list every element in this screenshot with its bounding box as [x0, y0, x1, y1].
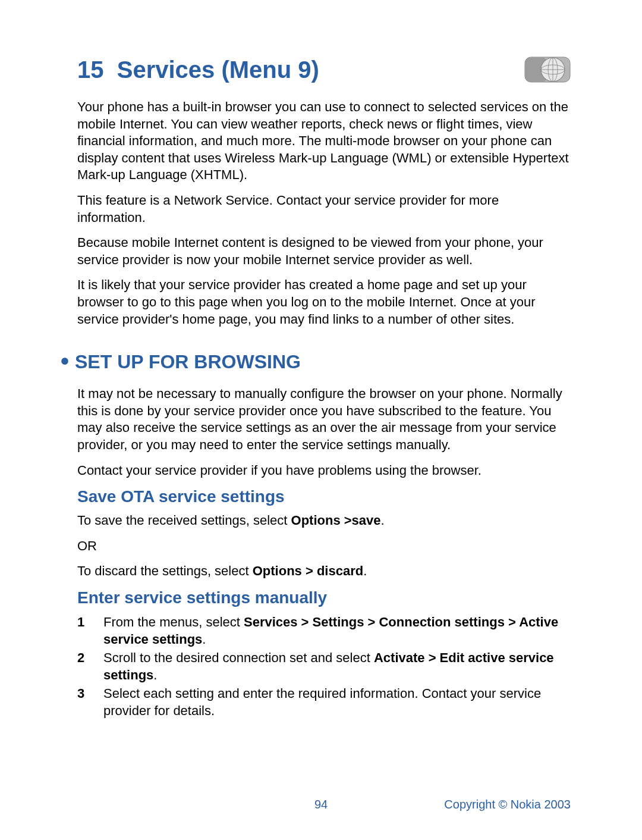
chapter-header: 15 Services (Menu 9): [77, 54, 571, 86]
section1-p2: Contact your service provider if you hav…: [77, 462, 571, 479]
chapter-number: 15: [77, 57, 104, 83]
manual-steps-list: From the menus, select Services > Settin…: [77, 613, 571, 719]
page-footer: 94 Copyright © Nokia 2003: [0, 798, 642, 811]
ota-line3-pre: To discard the settings, select: [77, 563, 253, 578]
subheading-manual: Enter service settings manually: [77, 588, 571, 607]
page-number: 94: [314, 798, 328, 811]
intro-p2: This feature is a Network Service. Conta…: [77, 192, 571, 226]
ota-line3-post: .: [363, 563, 367, 578]
chapter-title: 15 Services (Menu 9): [77, 57, 319, 83]
ota-line1: To save the received settings, select Op…: [77, 512, 571, 529]
step2-pre: Scroll to the desired connection set and…: [103, 650, 374, 665]
list-item: Select each setting and enter the requir…: [77, 685, 571, 719]
intro-p4: It is likely that your service provider …: [77, 277, 571, 328]
chapter-name: Services (Menu 9): [117, 57, 319, 83]
ota-line3-bold: Options > discard: [253, 563, 363, 578]
ota-or: OR: [77, 538, 571, 555]
document-page: 15 Services (Menu 9) Your phone has a bu…: [0, 0, 642, 840]
copyright-text: Copyright © Nokia 2003: [444, 798, 571, 811]
intro-p1: Your phone has a built-in browser you ca…: [77, 99, 571, 184]
ota-line1-post: .: [381, 513, 385, 528]
step1-pre: From the menus, select: [103, 615, 244, 629]
ota-line1-pre: To save the received settings, select: [77, 513, 291, 528]
intro-p3: Because mobile Internet content is desig…: [77, 234, 571, 268]
list-item: From the menus, select Services > Settin…: [77, 613, 571, 648]
ota-line1-bold: Options >save: [291, 513, 381, 528]
ota-line3: To discard the settings, select Options …: [77, 563, 571, 580]
section-heading-setup: SET UP FOR BROWSING: [77, 348, 571, 375]
subheading-ota: Save OTA service settings: [77, 487, 571, 506]
step2-post: .: [153, 667, 157, 682]
list-item: Scroll to the desired connection set and…: [77, 649, 571, 684]
step3: Select each setting and enter the requir…: [103, 686, 541, 718]
section1-p1: It may not be necessary to manually conf…: [77, 385, 571, 453]
step1-post: .: [202, 632, 206, 647]
services-globe-icon: [524, 54, 571, 86]
